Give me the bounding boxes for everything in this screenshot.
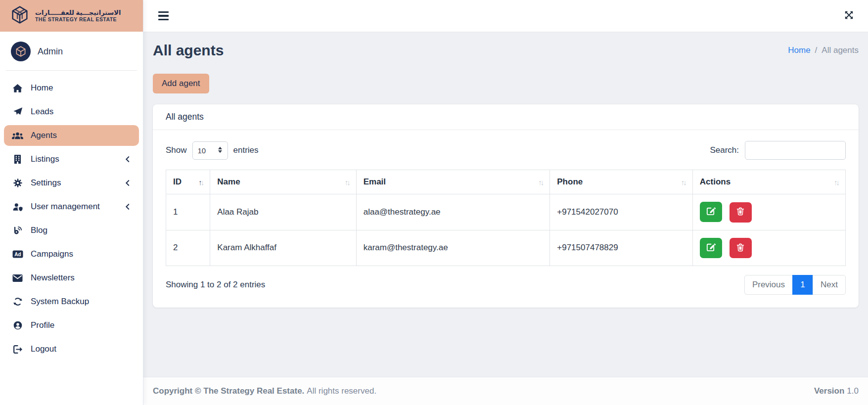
table-row: 1 Alaa Rajab alaa@thestrategy.ae +971542… [166, 194, 846, 230]
sidebar-item-label: Home [31, 83, 53, 93]
sidebar-item-home[interactable]: Home [4, 78, 139, 98]
sort-icon: ↑↓ [345, 178, 349, 186]
column-label: ID [173, 177, 182, 187]
sidebar-item-leads[interactable]: Leads [4, 101, 139, 122]
sidebar-item-listings[interactable]: Listings [4, 149, 139, 170]
paper-plane-icon [12, 107, 23, 117]
expand-arrows-icon [844, 10, 854, 22]
sidebar-item-label: System Backup [31, 297, 89, 307]
pagination-previous-button[interactable]: Previous [744, 275, 793, 295]
sidebar-item-label: Profile [31, 320, 54, 330]
svg-text:Ad: Ad [14, 252, 21, 257]
building-icon [12, 154, 23, 164]
sidebar-item-label: Agents [31, 131, 57, 140]
page-content: Add agent All agents Show 10 [143, 67, 868, 308]
sidebar-item-campaigns[interactable]: Ad Campaigns [4, 244, 139, 265]
main-area: All agents Home / All agents Add agent A… [143, 0, 868, 405]
sidebar-item-settings[interactable]: Settings [4, 173, 139, 193]
footer-version-label: Version [814, 386, 844, 396]
sidebar-item-profile[interactable]: Profile [4, 315, 139, 336]
sort-icon: ↑↓ [198, 178, 203, 186]
edit-agent-button[interactable] [700, 202, 722, 222]
sidebar-nav: Home Leads Agents [0, 75, 143, 362]
delete-agent-button[interactable] [730, 238, 752, 258]
sidebar-item-newsletters[interactable]: Newsletters [4, 268, 139, 288]
table-header-row: ID ↑↓ Name ↑↓ Email ↑↓ [166, 170, 846, 194]
entries-info: Showing 1 to 2 of 2 entries [166, 280, 265, 290]
avatar [11, 42, 31, 61]
column-header-id[interactable]: ID ↑↓ [166, 170, 210, 194]
sidebar-item-system-backup[interactable]: System Backup [4, 291, 139, 312]
breadcrumb-current: All agents [822, 45, 859, 55]
delete-agent-button[interactable] [730, 202, 752, 223]
column-label: Phone [557, 177, 583, 187]
app-root: الاستراتيجـــية للعقـــــارات THE STRATE… [0, 0, 868, 405]
cell-actions [692, 194, 845, 230]
sync-icon [12, 297, 23, 307]
footer-version-value: 1.0 [847, 386, 859, 396]
column-header-email[interactable]: Email ↑↓ [356, 170, 550, 194]
sidebar-item-label: Blog [31, 225, 47, 235]
table-row: 2 Karam Alkhaffaf karam@thestrategy.ae +… [166, 230, 846, 266]
page-size-control: Show 10 entries [166, 141, 259, 160]
chevron-left-icon [124, 156, 131, 163]
search-label: Search: [710, 145, 739, 155]
breadcrumb-home-link[interactable]: Home [788, 45, 810, 55]
sidebar-item-logout[interactable]: Logout [4, 339, 139, 360]
search-control: Search: [710, 141, 846, 160]
column-header-name[interactable]: Name ↑↓ [210, 170, 356, 194]
cell-email: alaa@thestrategy.ae [356, 194, 550, 230]
sidebar-item-user-management[interactable]: User management [4, 196, 139, 217]
cell-actions [692, 230, 845, 266]
footer-copyright-rest: All rights reserved. [307, 386, 376, 396]
sidebar-item-blog[interactable]: Blog [4, 220, 139, 241]
trash-icon [735, 242, 745, 254]
sidebar-item-label: Campaigns [31, 249, 73, 259]
topbar [143, 0, 868, 32]
agents-card: All agents Show 10 entries [153, 104, 859, 308]
card-body: Show 10 entries Search: [153, 130, 859, 308]
cell-id: 2 [166, 230, 210, 266]
pagination-next-button[interactable]: Next [813, 275, 846, 295]
pagination-page-1-button[interactable]: 1 [792, 275, 813, 295]
show-label: Show [166, 145, 187, 155]
footer: Copyright © The Strategy Real Estate.All… [143, 377, 868, 405]
sidebar-item-label: User management [31, 202, 100, 212]
menu-toggle-button[interactable] [156, 9, 171, 22]
trash-icon [735, 206, 745, 218]
add-agent-button[interactable]: Add agent [153, 74, 209, 93]
cell-name: Karam Alkhaffaf [210, 230, 356, 266]
admin-user-row: Admin [0, 32, 143, 69]
sidebar-item-agents[interactable]: Agents [4, 125, 139, 146]
entries-select-value: 10 [198, 146, 206, 155]
table-footer: Showing 1 to 2 of 2 entries Previous 1 N… [166, 275, 846, 295]
brand-name-arabic: الاستراتيجـــية للعقـــــارات [35, 9, 121, 17]
admin-user-name: Admin [38, 46, 63, 57]
fullscreen-button[interactable] [843, 9, 855, 23]
search-input[interactable] [745, 141, 846, 160]
brand-logo-block: الاستراتيجـــية للعقـــــارات THE STRATE… [0, 0, 143, 32]
sidebar-item-label: Newsletters [31, 273, 75, 283]
cell-name: Alaa Rajab [210, 194, 356, 230]
column-header-phone[interactable]: Phone ↑↓ [550, 170, 693, 194]
user-shield-icon [12, 202, 23, 212]
column-header-actions[interactable]: Actions ↑↓ [692, 170, 845, 194]
sidebar-item-label: Listings [31, 154, 59, 164]
edit-agent-button[interactable] [700, 238, 722, 258]
hamburger-icon [158, 15, 169, 16]
brand-name: الاستراتيجـــية للعقـــــارات THE STRATE… [35, 9, 121, 23]
content-spacer [143, 308, 868, 377]
page-header: All agents Home / All agents [143, 32, 868, 67]
chevron-left-icon [124, 180, 131, 186]
card-title: All agents [153, 104, 859, 130]
home-icon [12, 84, 23, 93]
sort-icon: ↑↓ [834, 178, 838, 186]
cell-email: karam@thestrategy.ae [356, 230, 550, 266]
pagination: Previous 1 Next [744, 275, 846, 295]
entries-select[interactable]: 10 [192, 141, 228, 160]
envelope-icon [12, 274, 23, 282]
users-icon [12, 131, 23, 140]
chevron-left-icon [124, 203, 131, 210]
cell-id: 1 [166, 194, 210, 230]
brand-name-english: THE STRATEGY REAL ESTATE [35, 16, 121, 22]
